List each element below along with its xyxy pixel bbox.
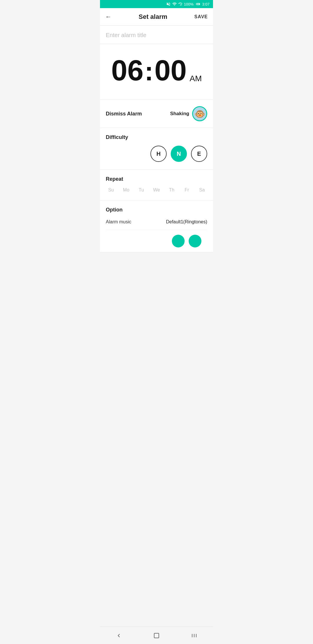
time-ampm: AM bbox=[190, 74, 202, 87]
difficulty-label: Difficulty bbox=[106, 134, 207, 140]
time-display: 06 : 00 AM bbox=[111, 56, 202, 87]
signal-icon bbox=[178, 2, 182, 6]
alarm-title-input[interactable] bbox=[106, 32, 207, 39]
day-tu[interactable]: Tu bbox=[136, 187, 147, 193]
option-label: Option bbox=[106, 207, 207, 213]
repeat-label: Repeat bbox=[106, 176, 207, 182]
status-icons: 100% 3:07 bbox=[166, 2, 210, 6]
battery-text: 100% bbox=[184, 2, 193, 6]
status-bar: 100% 3:07 bbox=[100, 0, 213, 8]
time-text: 3:07 bbox=[202, 2, 210, 6]
days-row: Su Mo Tu We Th Fr Sa bbox=[106, 187, 207, 193]
teaser-circle-1[interactable] bbox=[172, 235, 185, 247]
wifi-icon bbox=[172, 2, 177, 6]
dismiss-avatar[interactable]: 🐵 bbox=[192, 106, 207, 121]
repeat-section: Repeat Su Mo Tu We Th Fr Sa bbox=[100, 170, 213, 200]
day-mo[interactable]: Mo bbox=[121, 187, 131, 193]
day-su[interactable]: Su bbox=[106, 187, 116, 193]
mute-icon bbox=[166, 2, 171, 6]
back-button[interactable]: ← bbox=[105, 13, 112, 21]
alarm-title-section bbox=[100, 26, 213, 44]
dismiss-alarm-section: Dismiss Alarm Shaking 🐵 bbox=[100, 100, 213, 128]
app-bar: ← Set alarm SAVE bbox=[100, 8, 213, 26]
time-hours: 06 bbox=[111, 56, 143, 85]
time-colon: : bbox=[145, 58, 153, 87]
dismiss-method: Shaking bbox=[170, 111, 189, 117]
option-section: Option Alarm music Default1(Ringtones) bbox=[100, 200, 213, 252]
teaser-circle-2[interactable] bbox=[189, 235, 201, 247]
dismiss-right: Shaking 🐵 bbox=[170, 106, 207, 121]
alarm-music-row[interactable]: Alarm music Default1(Ringtones) bbox=[106, 214, 207, 230]
battery-icon bbox=[195, 2, 201, 6]
monkey-icon: 🐵 bbox=[194, 109, 205, 119]
day-th[interactable]: Th bbox=[166, 187, 177, 193]
svg-rect-2 bbox=[199, 4, 200, 4]
day-we[interactable]: We bbox=[151, 187, 162, 193]
day-fr[interactable]: Fr bbox=[182, 187, 192, 193]
time-minutes: 00 bbox=[154, 56, 187, 85]
day-sa[interactable]: Sa bbox=[197, 187, 207, 193]
difficulty-button-E[interactable]: E bbox=[191, 146, 207, 162]
difficulty-button-H[interactable]: H bbox=[150, 146, 167, 162]
bottom-teaser bbox=[106, 230, 207, 252]
page-title: Set alarm bbox=[139, 13, 167, 21]
alarm-music-value: Default1(Ringtones) bbox=[166, 219, 207, 225]
difficulty-button-N[interactable]: N bbox=[171, 146, 187, 162]
dismiss-alarm-label: Dismiss Alarm bbox=[106, 111, 142, 117]
time-section[interactable]: 06 : 00 AM bbox=[100, 44, 213, 100]
difficulty-buttons: H N E bbox=[106, 146, 207, 162]
save-button[interactable]: SAVE bbox=[194, 14, 208, 19]
alarm-music-label: Alarm music bbox=[106, 219, 131, 225]
svg-rect-1 bbox=[196, 4, 199, 5]
difficulty-section: Difficulty H N E bbox=[100, 128, 213, 170]
